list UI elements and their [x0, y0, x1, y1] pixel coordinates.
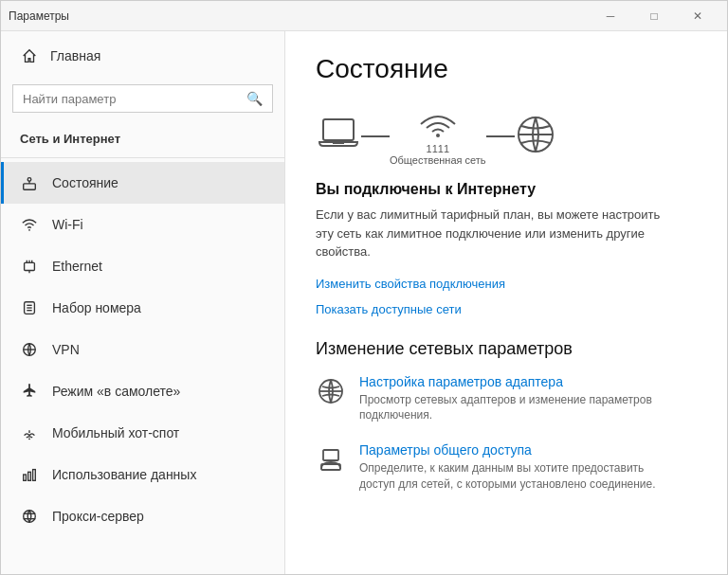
sharing-text: Параметры общего доступа Определите, к к… — [359, 442, 682, 493]
vpn-icon — [20, 340, 39, 359]
ethernet-icon — [20, 257, 39, 276]
window-title: Параметры — [9, 9, 69, 23]
svg-rect-23 — [323, 119, 354, 140]
home-icon — [20, 46, 39, 65]
line-right — [486, 135, 515, 137]
laptop-icon — [316, 114, 361, 160]
wifi-icon — [20, 215, 39, 234]
adapter-desc: Просмотр сетевых адаптеров и изменение п… — [359, 392, 682, 424]
sidebar-item-ethernet[interactable]: Ethernet — [1, 245, 284, 287]
svg-point-15 — [28, 438, 30, 440]
setting-adapter: Настройка параметров адаптера Просмотр с… — [316, 374, 697, 424]
svg-point-20 — [24, 511, 36, 523]
sidebar-item-airplane[interactable]: Режим «в самолете» — [1, 370, 284, 412]
change-section-title: Изменение сетевых параметров — [316, 339, 697, 359]
svg-rect-31 — [321, 464, 340, 470]
main-content: Главная 🔍 Сеть и Интернет Сос — [1, 31, 727, 574]
sharing-desc: Определите, к каким данным вы хотите пре… — [359, 460, 682, 493]
sidebar-item-wifi[interactable]: Wi-Fi — [1, 204, 284, 245]
sidebar-home-label: Главная — [50, 48, 100, 63]
svg-rect-24 — [333, 142, 344, 144]
minimize-button[interactable]: ─ — [589, 1, 632, 31]
wifi-block: 1111 Общественная сеть — [390, 107, 486, 166]
sidebar-home[interactable]: Главная — [1, 31, 284, 81]
maximize-button[interactable]: □ — [632, 1, 676, 31]
adapter-title[interactable]: Настройка параметров адаптера — [359, 374, 682, 389]
network-ssid: 1111 — [427, 143, 449, 154]
main-panel: Состояние — [285, 31, 727, 574]
svg-rect-30 — [323, 450, 338, 460]
sidebar-item-label-proxy: Прокси-сервер — [52, 509, 144, 524]
sidebar-search-box[interactable]: 🔍 — [12, 84, 273, 113]
sidebar-section-title: Сеть и Интернет — [1, 124, 284, 153]
adapter-icon — [316, 376, 346, 406]
settings-window: Параметры ─ □ ✕ Главная 🔍 — [0, 0, 728, 575]
sharing-icon — [316, 444, 346, 475]
sharing-title[interactable]: Параметры общего доступа — [359, 442, 682, 458]
adapter-text: Настройка параметров адаптера Просмотр с… — [359, 374, 682, 424]
sidebar-item-vpn[interactable]: VPN — [1, 329, 284, 370]
sidebar-item-hotspot[interactable]: Мобильный хот-спот — [1, 412, 284, 454]
sidebar-item-label-ethernet: Ethernet — [52, 259, 102, 274]
hotspot-icon — [20, 423, 39, 442]
link-networks[interactable]: Показать доступные сети — [316, 302, 697, 316]
page-title: Состояние — [316, 54, 697, 84]
sidebar-item-datausage[interactable]: Использование данных — [1, 454, 284, 495]
sidebar-item-label-datausage: Использование данных — [52, 467, 196, 482]
dialup-icon — [20, 298, 39, 317]
wifi-diagram-icon — [417, 107, 459, 141]
network-type: Общественная сеть — [390, 154, 486, 166]
svg-point-3 — [28, 229, 30, 231]
network-diagram: 1111 Общественная сеть — [316, 107, 697, 166]
sidebar-item-proxy[interactable]: Прокси-сервер — [1, 495, 284, 537]
svg-point-2 — [27, 178, 31, 182]
proxy-icon — [20, 507, 39, 526]
connected-title: Вы подключены к Интернету — [316, 181, 697, 198]
sidebar-item-label-dialup: Набор номера — [52, 300, 141, 315]
sidebar-item-label-hotspot: Мобильный хот-спот — [52, 425, 179, 440]
sidebar-item-label-status: Состояние — [52, 175, 118, 190]
airplane-icon — [20, 382, 39, 401]
search-icon: 🔍 — [246, 91, 263, 106]
titlebar: Параметры ─ □ ✕ — [1, 1, 727, 31]
svg-rect-0 — [24, 184, 36, 189]
sidebar-item-label-vpn: VPN — [52, 342, 80, 357]
link-properties[interactable]: Изменить свойства подключения — [316, 277, 697, 291]
sidebar-item-dialup[interactable]: Набор номера — [1, 287, 284, 329]
svg-rect-4 — [25, 262, 35, 270]
setting-sharing: Параметры общего доступа Определите, к к… — [316, 442, 697, 493]
search-input[interactable] — [23, 92, 239, 106]
datausage-icon — [20, 465, 39, 484]
sidebar-divider — [1, 157, 284, 158]
sidebar-item-status[interactable]: Состояние — [1, 162, 284, 204]
svg-rect-19 — [33, 470, 36, 481]
globe-icon — [515, 114, 556, 159]
sidebar-item-label-wifi: Wi-Fi — [52, 217, 83, 232]
connected-desc: Если у вас лимитный тарифный план, вы мо… — [316, 206, 676, 261]
sidebar: Главная 🔍 Сеть и Интернет Сос — [1, 31, 285, 574]
svg-rect-17 — [24, 475, 27, 480]
svg-point-25 — [436, 134, 440, 137]
status-icon — [20, 173, 39, 192]
close-button[interactable]: ✕ — [676, 1, 719, 31]
svg-rect-18 — [28, 472, 31, 480]
sidebar-item-label-airplane: Режим «в самолете» — [52, 384, 180, 399]
line-left — [361, 135, 390, 137]
window-controls: ─ □ ✕ — [589, 1, 719, 31]
